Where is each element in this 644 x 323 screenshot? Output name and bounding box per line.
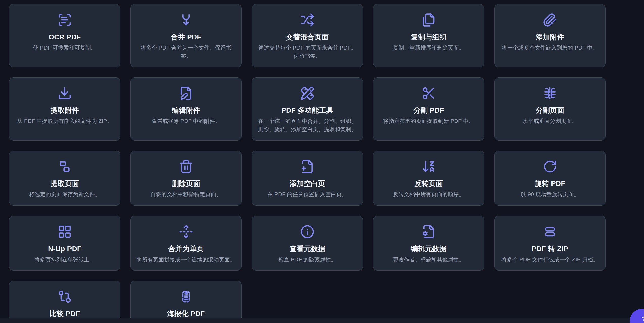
layout-grid-icon (58, 225, 72, 239)
tool-card-description: 将一个或多个文件嵌入到您的 PDF 中。 (502, 44, 598, 52)
split-page-icon (543, 86, 557, 100)
tool-card-title: 提取页面 (51, 179, 79, 188)
tool-card[interactable]: 合并 PDF将多个 PDF 合并为一个文件。保留书签。 (130, 4, 242, 67)
tool-card-title: 查看元数据 (290, 244, 325, 253)
tool-card[interactable]: 删除页面自您的文档中移除特定页面。 (130, 151, 242, 205)
tool-card-description: 在一个统一的界面中合并、分割、组织、删除、旋转、添加空白页、提取和复制。 (258, 117, 357, 134)
tool-card[interactable]: 反转页面反转文档中所有页面的顺序。 (373, 151, 484, 205)
merge-icon (179, 13, 193, 27)
tool-card-description: 在 PDF 的任意位置插入空白页。 (267, 190, 347, 199)
tool-card-description: 将多个 PDF 合并为一个文件。保留书签。 (136, 44, 236, 60)
help-fab-button[interactable]: ? (630, 309, 644, 323)
tool-card-title: 添加空白页 (290, 179, 325, 188)
tool-card-title: 删除页面 (172, 179, 200, 188)
tool-card-description: 更改作者、标题和其他属性。 (393, 256, 464, 264)
tools-grid: OCR PDF使 PDF 可搜索和可复制。合并 PDF将多个 PDF 合并为一个… (9, 4, 606, 323)
tool-card-title: PDF 转 ZIP (532, 244, 568, 253)
file-pen-icon (179, 86, 193, 100)
tool-card-description: 以 90 度增量旋转页面。 (521, 190, 579, 199)
file-cog-icon (422, 225, 436, 239)
tool-card-title: 复制与组织 (411, 33, 447, 41)
shuffle-icon (300, 13, 314, 27)
tool-card-description: 检查 PDF 的隐藏属性。 (278, 256, 336, 264)
paperclip-icon (543, 13, 557, 27)
tool-card-title: 编辑元数据 (411, 244, 447, 253)
trash-icon (179, 159, 193, 174)
tool-card-description: 将选定的页面保存为新文件。 (29, 190, 100, 199)
arrow-down-za-icon (422, 159, 436, 174)
tool-card-description: 查看或移除 PDF 中的附件。 (152, 117, 221, 125)
tool-card[interactable]: OCR PDF使 PDF 可搜索和可复制。 (9, 4, 120, 67)
tool-card-title: 合并 PDF (171, 33, 201, 41)
tool-card[interactable]: 提取附件从 PDF 中提取所有嵌入的文件为 ZIP。 (9, 77, 120, 141)
tool-card-title: 分割页面 (536, 106, 564, 115)
tool-card-description: 将所有页面拼接成一个连续的滚动页面。 (137, 256, 236, 264)
tool-card[interactable]: 复制与组织复制、重新排序和删除页面。 (373, 4, 484, 67)
help-icon: ? (642, 315, 644, 323)
tool-card-title: N-Up PDF (48, 244, 81, 253)
tool-card-description: 将多页排列在单张纸上。 (35, 256, 95, 264)
tool-card-title: OCR PDF (49, 33, 81, 41)
file-plus-icon (300, 159, 314, 174)
tool-card-description: 从 PDF 中提取所有嵌入的文件为 ZIP。 (17, 117, 112, 125)
tool-card[interactable]: 添加空白页在 PDF 的任意位置插入空白页。 (252, 151, 363, 205)
tool-card-title: 添加附件 (536, 33, 564, 41)
rotate-cw-icon (543, 159, 557, 174)
tool-card-description: 将指定范围的页面提取到新 PDF 中。 (383, 117, 474, 125)
tool-card-title: 合并为单页 (168, 244, 204, 253)
poster-grid-icon (179, 290, 193, 304)
tool-card[interactable]: PDF 多功能工具在一个统一的界面中合并、分割、组织、删除、旋转、添加空白页、提… (252, 77, 363, 141)
tool-card[interactable]: N-Up PDF将多页排列在单张纸上。 (9, 216, 120, 271)
tool-card[interactable]: 分割页面水平或垂直分割页面。 (494, 77, 606, 141)
info-icon (300, 225, 314, 239)
tool-card[interactable]: 编辑附件查看或移除 PDF 中的附件。 (130, 77, 242, 141)
tool-card-title: 编辑附件 (172, 106, 200, 115)
tool-card[interactable]: 提取页面将选定的页面保存为新文件。 (9, 151, 120, 205)
tool-card[interactable]: 添加附件将一个或多个文件嵌入到您的 PDF 中。 (494, 4, 606, 67)
unfold-vertical-icon (179, 225, 193, 239)
tool-card-title: 交替混合页面 (286, 33, 329, 41)
tool-card-title: 分割 PDF (413, 106, 444, 115)
tool-card[interactable]: 查看元数据检查 PDF 的隐藏属性。 (252, 216, 363, 271)
scissors-icon (422, 86, 436, 100)
tool-card-title: 旋转 PDF (535, 179, 565, 188)
tool-card[interactable]: 海报化 PDF将大页面分割成多个小页面。 (130, 281, 242, 323)
tool-card[interactable]: 交替混合页面通过交替每个 PDF 的页面来合并 PDF。保留书签。 (252, 4, 363, 67)
tool-card[interactable]: 旋转 PDF以 90 度增量旋转页面。 (494, 151, 606, 205)
tool-card-title: 反转页面 (415, 179, 443, 188)
tool-card-description: 水平或垂直分割页面。 (523, 117, 578, 125)
tool-card-description: 反转文档中所有页面的顺序。 (393, 190, 464, 199)
tool-card-description: 使 PDF 可搜索和可复制。 (33, 44, 96, 52)
download-icon (58, 86, 72, 100)
scan-text-icon (58, 13, 72, 27)
stacked-pages-icon (543, 225, 557, 239)
tool-card-title: 比较 PDF (50, 309, 80, 318)
copy-pages-icon (422, 13, 436, 27)
tool-card-description: 复制、重新排序和删除页面。 (393, 44, 464, 52)
git-compare-icon (58, 290, 72, 304)
footer-strip (0, 318, 644, 323)
tool-card[interactable]: PDF 转 ZIP将多个 PDF 文件打包成一个 ZIP 归档。 (494, 216, 606, 271)
tool-card-title: 提取附件 (51, 106, 79, 115)
tool-card[interactable]: 编辑元数据更改作者、标题和其他属性。 (373, 216, 484, 271)
tool-card-title: 海报化 PDF (167, 309, 205, 318)
tool-card[interactable]: 分割 PDF将指定范围的页面提取到新 PDF 中。 (373, 77, 484, 141)
tool-card[interactable]: 比较 PDF并排比较两个 PDF。 (9, 281, 120, 323)
ungroup-icon (58, 159, 72, 174)
tool-card-description: 通过交替每个 PDF 的页面来合并 PDF。保留书签。 (258, 44, 357, 60)
tool-card-description: 将多个 PDF 文件打包成一个 ZIP 归档。 (501, 256, 599, 264)
tool-card-title: PDF 多功能工具 (281, 106, 333, 115)
tool-card-description: 自您的文档中移除特定页面。 (150, 190, 222, 199)
tool-card[interactable]: 合并为单页将所有页面拼接成一个连续的滚动页面。 (130, 216, 242, 271)
pencil-ruler-icon (300, 86, 314, 100)
